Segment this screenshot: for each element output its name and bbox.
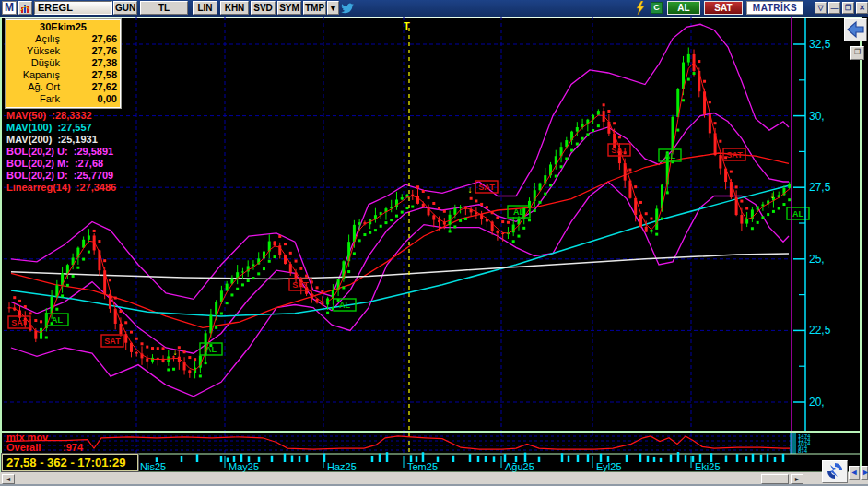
app-logo[interactable]: M — [2, 1, 17, 15]
indicator-label: BOL(20,2) D: :25,7709 — [6, 170, 116, 182]
info-row: Kapanış27,58 — [9, 69, 117, 81]
svg-text:SAT: SAT — [292, 280, 309, 290]
mini-axis-value: 874 — [798, 448, 808, 454]
signal-sat: SAT — [8, 316, 30, 328]
matriks-brand: MATRİKS — [746, 1, 803, 15]
series-mav50 — [11, 153, 789, 327]
svg-text:SAT: SAT — [104, 337, 121, 346]
svg-text:AL: AL — [52, 315, 63, 325]
chart-plot[interactable]: SATALSATALSATALSATALSATALSATAL↓↓↓T32,530… — [0, 17, 868, 472]
svg-text:AL: AL — [205, 345, 217, 354]
refresh-icon[interactable]: C — [651, 2, 663, 14]
price-tick-label: 25, — [809, 253, 825, 266]
yellow-arrow-mark: ↓ — [770, 190, 775, 200]
month-tick-label: Ağu25 — [505, 461, 534, 472]
toolbar-button-svd[interactable]: SVD — [251, 1, 276, 15]
overall-value: :974 — [63, 442, 84, 453]
indicator-label: Linearreg(14) :27,3486 — [6, 182, 116, 194]
price-tick-label: 20, — [809, 396, 825, 409]
status-readout: 27,58 - 362 - 17:01:29 — [2, 454, 138, 471]
overall-label: Overall — [6, 442, 41, 453]
back-arrow-button[interactable] — [844, 18, 867, 41]
info-row: Ağ. Ort27,62 — [9, 81, 117, 93]
info-row: Fark0,00 — [9, 93, 117, 105]
month-tick-label: Eki25 — [695, 461, 721, 472]
info-row: Açılış27,66 — [9, 33, 117, 45]
scroll-thumb[interactable] — [761, 474, 789, 484]
signal-sat: SAT — [101, 335, 123, 347]
matriks-swirl-button[interactable] — [822, 460, 848, 483]
month-tick-label: Haz25 — [327, 461, 357, 472]
horizontal-scrollbar[interactable]: ◄ ► — [0, 472, 868, 486]
buy-button[interactable]: AL — [667, 1, 700, 15]
month-tick-label: Tem25 — [407, 461, 438, 472]
close-window-button[interactable]: ✕ — [856, 2, 868, 14]
indicator-label: MAV(50) :28,3332 — [6, 110, 116, 122]
svg-text:AL: AL — [339, 301, 350, 310]
dropdown-window-button[interactable]: ▽ — [815, 2, 827, 14]
symbol-input[interactable]: EREGL — [34, 1, 112, 15]
matriks-terminal: M EREGL GUNTLLINKHNSVDSYMTMP▼ C AL SAT M… — [0, 0, 868, 486]
toolbar-button-lin[interactable]: LIN — [193, 1, 217, 15]
chart-type-icon[interactable] — [18, 1, 32, 15]
toolbar-button-▼[interactable]: ▼ — [327, 1, 339, 15]
svg-text:SAT: SAT — [11, 318, 28, 327]
lower-indicator-line — [6, 436, 790, 449]
toolbar-button-tl[interactable]: TL — [140, 1, 188, 15]
toolbar-button-khn[interactable]: KHN — [220, 1, 249, 15]
toolbar: M EREGL GUNTLLINKHNSVDSYMTMP▼ C AL SAT M… — [0, 0, 868, 17]
signal-al: AL — [200, 343, 222, 355]
scroll-right-button[interactable]: ► — [791, 474, 803, 484]
month-tick-label: Eyl25 — [596, 461, 622, 472]
toolbar-button-gun[interactable]: GUN — [113, 1, 137, 15]
series-mav200 — [11, 254, 789, 279]
indicator-label: MAV(200) :25,1931 — [6, 134, 116, 146]
indicator-label: BOL(20,2) U: :29,5891 — [6, 146, 116, 158]
minimize-window-button[interactable]: — — [828, 2, 840, 14]
restore-panel-button[interactable]: ❐ — [850, 46, 864, 60]
sell-button[interactable]: SAT — [704, 1, 743, 15]
right-margin — [862, 17, 868, 461]
price-tick-label: 30, — [809, 110, 825, 123]
yellow-arrow-mark: ↓ — [468, 184, 473, 195]
info-date: 30Ekim25 — [9, 21, 117, 32]
price-tick-label: 27,5 — [809, 181, 831, 194]
candlestick-layer — [8, 47, 792, 378]
t-annotation: T — [404, 20, 410, 31]
indicator-legend: MAV(50) :28,3332MAV(100) :27,557MAV(200)… — [6, 110, 116, 194]
signal-sat: SAT — [475, 181, 498, 193]
toolbar-button-sym[interactable]: SYM — [277, 1, 301, 15]
month-tick-label: May25 — [229, 461, 259, 472]
svg-text:AL: AL — [513, 207, 524, 217]
svg-text:AL: AL — [792, 209, 803, 219]
toolbar-button-tmp[interactable]: TMP — [303, 1, 326, 15]
lightning-icon[interactable] — [635, 1, 648, 15]
svg-text:SAT: SAT — [611, 146, 628, 155]
quote-info-box: 30Ekim25 Açılış27,66Yüksek27,76Düşük27,3… — [5, 18, 122, 109]
series-bol_lower — [11, 182, 789, 397]
svg-text:SAT: SAT — [478, 183, 495, 192]
price-tick-label: 22,5 — [809, 324, 831, 337]
info-row: Yüksek27,76 — [9, 45, 117, 57]
indicator-label: BOL(20,2) M: :27,68 — [6, 158, 116, 170]
nav-left-button[interactable]: ◄ — [849, 466, 860, 480]
signal-sat: SAT — [608, 144, 630, 156]
scroll-left-button[interactable]: ◄ — [2, 474, 15, 484]
svg-text:AL: AL — [664, 151, 675, 160]
indicator-label: MAV(100) :27,557 — [6, 122, 116, 134]
signal-sat: SAT — [723, 148, 745, 160]
svg-text:SAT: SAT — [726, 150, 743, 160]
restore-window-button[interactable]: ❐ — [842, 2, 854, 14]
twitter-icon[interactable] — [341, 2, 355, 14]
info-row: Düşük27,38 — [9, 57, 117, 69]
signal-sat: SAT — [289, 279, 311, 290]
yellow-arrow-mark: ↓ — [173, 347, 178, 357]
month-tick-label: Nis25 — [140, 461, 166, 472]
price-tick-label: 32,5 — [809, 38, 831, 51]
nav-right-button[interactable]: ► — [861, 466, 868, 480]
